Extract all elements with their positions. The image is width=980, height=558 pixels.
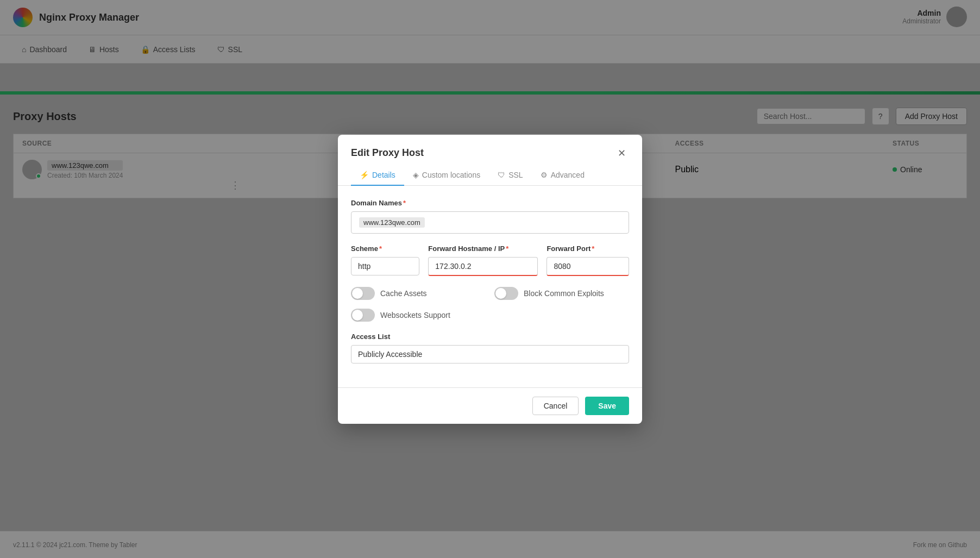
websockets-label: Websockets Support xyxy=(380,311,450,319)
modal-tabs: ⚡ Details ◈ Custom locations 🛡 SSL ⚙ Adv… xyxy=(338,165,642,186)
forward-port-label: Forward Port* xyxy=(546,244,629,253)
tab-custom-locations-label: Custom locations xyxy=(422,171,480,179)
tab-advanced-label: Advanced xyxy=(551,171,585,179)
websockets-toggle-item: Websockets Support xyxy=(351,309,629,322)
block-exploits-toggle[interactable] xyxy=(494,287,518,300)
forward-port-input[interactable] xyxy=(546,257,629,276)
scheme-forward-group: Scheme* Forward Hostname / IP* Forward P… xyxy=(351,244,629,287)
block-exploits-toggle-item: Block Common Exploits xyxy=(494,287,629,300)
toggles-row-1: Cache Assets Block Common Exploits xyxy=(351,287,629,300)
forward-port-group: Forward Port* xyxy=(546,244,629,276)
domain-names-group: Domain Names* www.123qwe.com xyxy=(351,199,629,234)
forward-hostname-group: Forward Hostname / IP* xyxy=(428,244,538,276)
forward-hostname-label: Forward Hostname / IP* xyxy=(428,244,538,253)
lightning-icon: ⚡ xyxy=(360,171,369,179)
domain-tag: www.123qwe.com xyxy=(359,217,425,228)
websockets-toggle[interactable] xyxy=(351,309,375,322)
shield-icon-tab: 🛡 xyxy=(498,171,505,179)
block-exploits-label: Block Common Exploits xyxy=(524,289,604,298)
save-button[interactable]: Save xyxy=(585,397,629,415)
access-list-group: Access List Publicly Accessible xyxy=(351,333,629,363)
gear-icon: ⚙ xyxy=(541,171,548,179)
scheme-group: Scheme* xyxy=(351,244,419,276)
scheme-input[interactable] xyxy=(351,257,419,275)
cache-assets-label: Cache Assets xyxy=(380,289,427,298)
tab-ssl-label: SSL xyxy=(508,171,523,179)
tab-details-label: Details xyxy=(372,171,395,179)
cancel-button[interactable]: Cancel xyxy=(532,397,579,415)
modal-title: Edit Proxy Host xyxy=(351,147,424,159)
modal-header: Edit Proxy Host ✕ xyxy=(338,135,642,161)
cache-assets-toggle-item: Cache Assets xyxy=(351,287,486,300)
layers-icon: ◈ xyxy=(413,171,419,179)
modal-overlay: Edit Proxy Host ✕ ⚡ Details ◈ Custom loc… xyxy=(0,0,980,558)
modal-close-button[interactable]: ✕ xyxy=(614,146,629,161)
modal-footer: Cancel Save xyxy=(338,387,642,424)
tab-custom-locations[interactable]: ◈ Custom locations xyxy=(404,165,489,186)
tab-ssl[interactable]: 🛡 SSL xyxy=(489,165,531,186)
domain-names-label: Domain Names* xyxy=(351,199,629,207)
tab-advanced[interactable]: ⚙ Advanced xyxy=(532,165,593,186)
access-list-label: Access List xyxy=(351,333,629,341)
scheme-label: Scheme* xyxy=(351,244,419,253)
modal-body: Domain Names* www.123qwe.com Scheme* For… xyxy=(338,186,642,387)
tab-details[interactable]: ⚡ Details xyxy=(351,165,404,186)
domain-input-container[interactable]: www.123qwe.com xyxy=(351,211,629,234)
cache-assets-toggle[interactable] xyxy=(351,287,375,300)
modal: Edit Proxy Host ✕ ⚡ Details ◈ Custom loc… xyxy=(338,135,642,424)
forward-hostname-input[interactable] xyxy=(428,257,538,276)
access-list-select[interactable]: Publicly Accessible xyxy=(351,345,629,363)
